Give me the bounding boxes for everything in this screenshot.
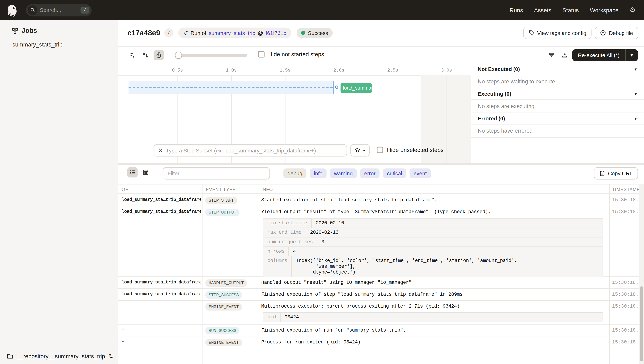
level-pill-debug[interactable]: debug: [284, 168, 306, 178]
global-search: /: [26, 4, 92, 16]
level-pill-error[interactable]: error: [360, 168, 380, 178]
log-info: Yielded output "result" of type "Summary…: [261, 209, 606, 215]
log-list-view-button[interactable]: [128, 167, 138, 178]
scroll-to-top-button[interactable]: [560, 50, 570, 60]
debug-file-button[interactable]: Debug file: [595, 27, 638, 39]
sidebar-item-job[interactable]: summary_stats_trip: [12, 41, 62, 48]
run-of-pill: ↺ Run of summary_stats_trip @ f61f761c: [178, 28, 291, 38]
step-subset-input[interactable]: [166, 147, 343, 153]
view-tags-config-button[interactable]: View tags and config: [523, 27, 592, 39]
log-row[interactable]: - ENGINE_EVENT Process for run exited (p…: [118, 336, 644, 348]
section-empty-text: No steps are waiting to execute: [471, 75, 644, 88]
section-empty-text: No steps are executing: [471, 100, 644, 113]
log-info: Multiprocess executor: parent process ex…: [261, 304, 606, 310]
gantt-timed-view-button[interactable]: [154, 50, 164, 60]
log-row[interactable]: load_summary_sta…trip_dataframe HANDLED_…: [118, 277, 644, 289]
log-info: Finished execution of step "load_summary…: [261, 292, 606, 298]
log-op: load_summary_sta…trip_dataframe: [122, 292, 201, 296]
logs-toolbar: debug info warning error critical event …: [118, 165, 644, 184]
search-shortcut-key: /: [81, 7, 89, 13]
log-table: OP EVENT TYPE INFO TIMESTAMP load_summar…: [118, 184, 644, 364]
info-icon[interactable]: i: [164, 28, 173, 37]
sidebar: Jobs summary_stats_trip __repository__su…: [0, 20, 118, 364]
meta-value: 93424: [280, 313, 303, 322]
steps-status-panel: Not Executed (0) ▼ No steps are waiting …: [471, 64, 644, 163]
log-row[interactable]: load_summary_sta…trip_dataframe STEP_OUT…: [118, 206, 644, 277]
log-row[interactable]: - ENGINE_EVENT Multiprocess executor: pa…: [118, 301, 644, 324]
pipeline-link[interactable]: summary_stats_trip: [209, 30, 255, 36]
chevron-down-icon[interactable]: ▼: [634, 116, 638, 120]
repository-footer[interactable]: __repository__summary_stats_trip ↻: [0, 348, 118, 364]
axis-tick: 3.0s: [434, 68, 459, 72]
log-structured-view-button[interactable]: [140, 167, 151, 178]
log-row[interactable]: load_summary_sta…trip_dataframe STEP_STA…: [118, 194, 644, 206]
log-timestamp: 15:30:18.895: [612, 304, 642, 310]
meta-value: 4: [289, 247, 300, 256]
nav-item-status[interactable]: Status: [562, 7, 579, 13]
reexecute-all-button[interactable]: Re-execute All (*) ▼: [572, 49, 638, 61]
log-scrollbar: [639, 184, 644, 364]
level-pill-info[interactable]: info: [310, 168, 326, 178]
nav-item-workspace[interactable]: Workspace: [590, 7, 618, 13]
slider-knob[interactable]: [175, 52, 182, 59]
section-errored[interactable]: Errored (0) ▼: [471, 113, 644, 124]
snapshot-link[interactable]: f61f761c: [266, 30, 286, 36]
repository-name: __repository__summary_stats_trip: [17, 353, 105, 359]
gantt-step-chip[interactable]: load_summary_stats_trip_dataframe: [340, 83, 372, 93]
panel-splitter[interactable]: [118, 163, 644, 165]
graph-query-toggle-button[interactable]: [350, 144, 370, 156]
hide-not-started-checkbox[interactable]: [258, 51, 264, 58]
log-op: load_summary_sta…trip_dataframe: [122, 209, 201, 214]
nav-item-assets[interactable]: Assets: [534, 7, 552, 13]
level-pill-event[interactable]: event: [410, 168, 431, 178]
meta-key: min_start_time: [263, 218, 312, 228]
chevron-down-icon[interactable]: ▼: [634, 67, 638, 71]
col-op: OP: [122, 187, 129, 192]
gantt-waterfall-view-button[interactable]: [140, 50, 151, 60]
event-type-tag: HANDLED_OUTPUT: [206, 279, 247, 287]
log-row[interactable]: - RUN_SUCCESS Finished execution of run …: [118, 324, 644, 336]
status-label: Success: [308, 30, 328, 36]
axis-tick: 1.5s: [273, 68, 298, 72]
log-op: load_summary_sta…trip_dataframe: [122, 280, 201, 284]
jobs-title: Jobs: [22, 27, 37, 34]
copy-url-button[interactable]: Copy URL: [594, 167, 638, 180]
section-title: Errored (0): [478, 116, 505, 122]
history-icon: ↺: [183, 30, 188, 36]
meta-key: num_unique_bikes: [263, 238, 317, 246]
meta-value: 3: [317, 238, 328, 246]
axis-tick: 1.0s: [219, 68, 244, 72]
log-row[interactable]: load_summary_sta…trip_dataframe STEP_SUC…: [118, 289, 644, 301]
log-scrollbar-thumb[interactable]: [640, 286, 643, 361]
meta-key: columns: [263, 256, 292, 277]
step-wait-band: [129, 81, 334, 94]
debug-file-label: Debug file: [609, 30, 633, 36]
step-start-marker-icon: [335, 86, 338, 89]
gantt-flat-view-button[interactable]: [128, 50, 138, 60]
hide-unselected-checkbox[interactable]: [376, 147, 383, 153]
copy-url-label: Copy URL: [608, 170, 633, 176]
section-title: Not Executed (0): [478, 66, 520, 72]
reexecute-dropdown-caret[interactable]: ▼: [625, 49, 638, 61]
section-executing[interactable]: Executing (0) ▼: [471, 88, 644, 100]
col-info: INFO: [261, 187, 273, 192]
search-input[interactable]: [37, 7, 80, 13]
level-pill-critical[interactable]: critical: [383, 168, 406, 178]
gantt-zoom-slider[interactable]: [176, 54, 248, 57]
log-filter-input[interactable]: [163, 167, 270, 180]
event-type-tag: ENGINE_EVENT: [206, 303, 242, 310]
dagster-logo-icon[interactable]: [6, 4, 18, 16]
gear-icon[interactable]: ⚙: [630, 6, 636, 14]
step-subset-field: [154, 144, 347, 156]
section-not-executed[interactable]: Not Executed (0) ▼: [471, 64, 644, 75]
level-pill-warning[interactable]: warning: [330, 168, 357, 178]
section-empty-text: No steps have errored: [471, 124, 644, 138]
log-timestamp: 15:30:18.152: [612, 197, 642, 203]
log-timestamp: 15:30:18.442: [612, 280, 642, 286]
nav-item-runs[interactable]: Runs: [510, 7, 523, 13]
chevron-down-icon[interactable]: ▼: [634, 92, 638, 96]
refresh-icon[interactable]: ↻: [109, 352, 114, 360]
scroll-to-bottom-button[interactable]: [546, 50, 556, 60]
view-tags-config-label: View tags and config: [537, 30, 586, 36]
log-info: Handled output "result" using IO manager…: [261, 280, 606, 286]
